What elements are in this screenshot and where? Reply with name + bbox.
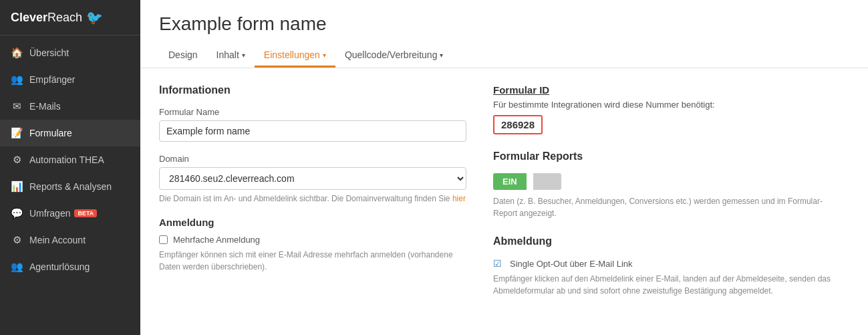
tabs: Design Inhalt ▾ Einstellungen ▾ Quellcod… [159, 44, 849, 68]
checkbox-blue-icon: ☑ [493, 258, 502, 269]
abmeldung-section: Abmeldung ☑ Single Opt-Out über E-Mail L… [493, 235, 841, 297]
tab-einstellungen-label: Einstellungen [264, 49, 320, 60]
chart-icon: 📊 [11, 181, 23, 193]
tab-inhalt-label: Inhalt [216, 49, 239, 60]
chevron-down-icon: ▾ [323, 51, 326, 59]
domain-select[interactable]: 281460.seu2.cleverreach.com [159, 167, 466, 190]
logo-clever: Clever [11, 11, 47, 24]
account-icon: ⚙ [11, 234, 23, 246]
tab-design[interactable]: Design [159, 44, 207, 68]
formular-id-desc: Für bestimmte Integrationen wird diese N… [493, 100, 841, 110]
sidebar-item-uebersicht[interactable]: 🏠 Übersicht [0, 39, 140, 66]
sidebar-item-label: Reports & Analysen [29, 181, 112, 192]
sidebar-item-label: Übersicht [29, 47, 69, 58]
formular-id-value: 286928 [493, 115, 543, 134]
sidebar-item-label: Automation THEA [29, 154, 104, 165]
sidebar-item-formulare[interactable]: 📝 Formulare [0, 120, 140, 146]
anmeldung-checkbox-label: Mehrfache Anmeldung [173, 235, 260, 245]
logo-icon: 🐦 [86, 9, 103, 25]
beta-badge: Beta [74, 209, 97, 217]
anmeldung-checkbox-row: Mehrfache Anmeldung [159, 235, 466, 245]
sidebar-logo: CleverReach 🐦 [0, 0, 140, 35]
agency-icon: 👥 [11, 261, 23, 273]
domain-group: Domain 281460.seu2.cleverreach.com Die D… [159, 154, 466, 205]
main-content: Example form name Design Inhalt ▾ Einste… [140, 0, 868, 335]
sidebar-item-label: Agenturlösung [29, 261, 90, 272]
formular-reports-section: Formular Reports EIN Daten (z. B. Besuch… [493, 150, 841, 219]
mail-icon: ✉ [11, 100, 23, 112]
informationen-title: Informationen [159, 84, 466, 96]
toggle-on-button[interactable]: EIN [493, 173, 527, 190]
anmeldung-checkbox[interactable] [159, 235, 168, 244]
formular-reports-title: Formular Reports [493, 150, 841, 162]
sidebar-item-mein-account[interactable]: ⚙ Mein Account [0, 227, 140, 253]
formular-id-section: Formular ID Für bestimmte Integrationen … [493, 84, 841, 134]
sidebar-item-label: Empfänger [29, 74, 75, 85]
main-header: Example form name Design Inhalt ▾ Einste… [140, 0, 868, 68]
abmeldung-title: Abmeldung [493, 235, 841, 247]
toggle-off-button[interactable] [533, 173, 561, 190]
form-icon: 📝 [11, 127, 23, 139]
tab-inhalt[interactable]: Inhalt ▾ [207, 44, 255, 68]
sidebar-item-agenturlosung[interactable]: 👥 Agenturlösung [0, 253, 140, 280]
tab-quellcode-label: Quellcode/Verbreitung [345, 49, 438, 60]
tab-quellcode[interactable]: Quellcode/Verbreitung ▾ [335, 44, 453, 68]
sidebar-item-label: E-Mails [29, 101, 61, 112]
form-name-group: Formular Name [159, 107, 466, 142]
abmeldung-description: Empfänger klicken auf den Abmeldelink ei… [493, 273, 841, 297]
right-column: Formular ID Für bestimmte Integrationen … [493, 84, 841, 319]
form-name-input[interactable] [159, 120, 466, 142]
tab-einstellungen[interactable]: Einstellungen ▾ [255, 44, 335, 68]
chevron-down-icon: ▾ [440, 51, 443, 59]
logo-text: CleverReach [11, 11, 82, 25]
sidebar-item-reports[interactable]: 📊 Reports & Analysen [0, 173, 140, 200]
domain-help-link[interactable]: hier [452, 194, 466, 203]
logo-reach: Reach [47, 11, 82, 24]
domain-help: Die Domain ist im An- und Abmeldelink si… [159, 193, 466, 205]
form-name-label: Formular Name [159, 107, 466, 117]
abmeldung-checkbox-row: ☑ Single Opt-Out über E-Mail Link [493, 258, 841, 269]
sidebar-item-label: Umfragen [29, 208, 70, 219]
anmeldung-description: Empfänger können sich mit einer E-Mail A… [159, 249, 466, 273]
page-title: Example form name [159, 13, 849, 35]
tab-design-label: Design [168, 49, 198, 60]
sidebar-item-empfaenger[interactable]: 👥 Empfänger [0, 66, 140, 93]
survey-icon: 💬 [11, 207, 23, 219]
sidebar-item-umfragen[interactable]: 💬 Umfragen Beta [0, 200, 140, 227]
sidebar-item-automation[interactable]: ⚙ Automation THEA [0, 146, 140, 173]
left-column: Informationen Formular Name Domain 28146… [159, 84, 466, 319]
chevron-down-icon: ▾ [242, 51, 245, 59]
content-area: Informationen Formular Name Domain 28146… [140, 68, 868, 335]
sidebar-item-emails[interactable]: ✉ E-Mails [0, 93, 140, 120]
home-icon: 🏠 [11, 47, 23, 59]
reports-description: Daten (z. B. Besucher, Anmeldungen, Conv… [493, 195, 841, 219]
sidebar-nav: 🏠 Übersicht 👥 Empfänger ✉ E-Mails 📝 Form… [0, 35, 140, 335]
sidebar: CleverReach 🐦 🏠 Übersicht 👥 Empfänger ✉ … [0, 0, 140, 335]
users-icon: 👥 [11, 74, 23, 86]
anmeldung-title: Anmeldung [159, 217, 466, 228]
formular-id-title: Formular ID [493, 84, 841, 96]
abmeldung-checkbox-label: Single Opt-Out über E-Mail Link [510, 259, 633, 269]
domain-help-text: Die Domain ist im An- und Abmeldelink si… [159, 194, 450, 203]
sidebar-item-label: Mein Account [29, 235, 86, 245]
domain-label: Domain [159, 154, 466, 164]
automation-icon: ⚙ [11, 154, 23, 166]
toggle-row: EIN [493, 173, 841, 190]
sidebar-item-label: Formulare [29, 128, 72, 138]
